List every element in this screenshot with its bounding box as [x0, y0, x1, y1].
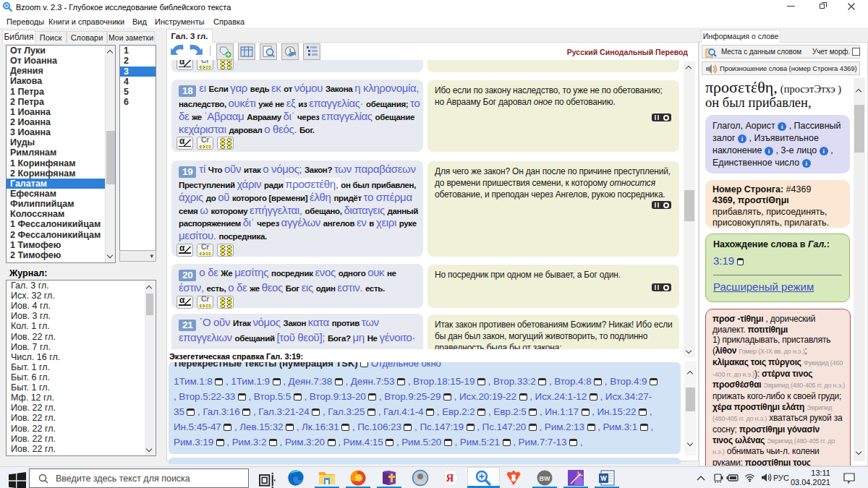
svg-text:Я: Я — [446, 472, 454, 484]
svg-text:BW: BW — [540, 475, 550, 482]
